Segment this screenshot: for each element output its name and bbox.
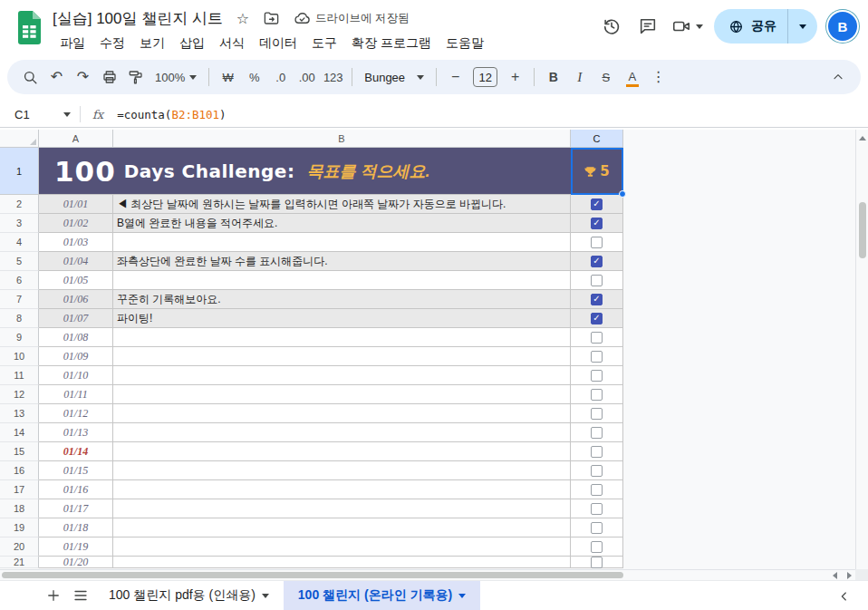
- checkbox[interactable]: [591, 237, 603, 248]
- row-header[interactable]: 13: [0, 404, 39, 423]
- checkbox[interactable]: [591, 557, 603, 568]
- entry-cell[interactable]: [113, 271, 571, 290]
- percent-format-button[interactable]: %: [242, 64, 266, 90]
- menu-format[interactable]: 서식: [212, 33, 252, 54]
- menu-view[interactable]: 보기: [132, 33, 172, 54]
- entry-cell[interactable]: 좌측상단에 완료한 날짜 수를 표시해줍니다.: [113, 252, 571, 271]
- menu-help[interactable]: 도움말: [439, 33, 491, 54]
- search-icon[interactable]: [18, 64, 43, 90]
- entry-cell[interactable]: [113, 404, 571, 423]
- date-cell[interactable]: 01/10: [39, 366, 113, 385]
- date-cell[interactable]: 01/02: [39, 214, 113, 233]
- undo-icon[interactable]: ↶: [44, 64, 69, 90]
- scroll-up-icon[interactable]: [856, 131, 868, 144]
- entry-cell[interactable]: [113, 499, 571, 518]
- comments-icon[interactable]: [635, 14, 661, 39]
- entry-cell[interactable]: [113, 557, 571, 568]
- selected-cell-c1[interactable]: 5: [571, 148, 623, 195]
- number-format-button[interactable]: 123: [321, 64, 345, 90]
- entry-cell[interactable]: [113, 423, 571, 442]
- share-main[interactable]: 공유: [714, 9, 787, 44]
- menu-insert[interactable]: 삽입: [172, 33, 212, 54]
- date-cell[interactable]: 01/14: [39, 442, 113, 461]
- save-status[interactable]: 드라이브에 저장됨: [294, 10, 409, 27]
- menu-data[interactable]: 데이터: [252, 33, 304, 54]
- checkbox-cell[interactable]: ✓: [571, 214, 623, 233]
- checkbox-cell[interactable]: [571, 271, 623, 290]
- checkbox-cell[interactable]: [571, 328, 623, 347]
- strikethrough-button[interactable]: S: [593, 64, 618, 90]
- checkbox[interactable]: ✓: [591, 256, 603, 267]
- increase-font-size-button[interactable]: +: [503, 64, 527, 90]
- date-cell[interactable]: 01/04: [39, 252, 113, 271]
- font-size-input[interactable]: 12: [473, 67, 497, 87]
- row-header[interactable]: 19: [0, 518, 39, 537]
- row-header[interactable]: 11: [0, 366, 39, 385]
- row-header-1[interactable]: 1: [0, 148, 39, 195]
- increase-decimal-button[interactable]: .00: [294, 64, 319, 90]
- move-folder-icon[interactable]: [263, 10, 281, 28]
- add-sheet-button[interactable]: [40, 582, 67, 609]
- row-header[interactable]: 12: [0, 385, 39, 404]
- row-header[interactable]: 2: [0, 195, 39, 214]
- entry-cell[interactable]: [113, 233, 571, 252]
- menu-tools[interactable]: 도구: [304, 33, 344, 54]
- name-box[interactable]: C1: [0, 102, 80, 127]
- redo-icon[interactable]: ↷: [71, 64, 95, 90]
- paint-format-icon[interactable]: [123, 64, 148, 90]
- entry-cell[interactable]: ◀ 최상단 날짜에 원하시는 날짜를 입력하시면 아래쪽 날짜가 자동으로 바뀝…: [113, 195, 571, 214]
- checkbox-cell[interactable]: ✓: [571, 252, 623, 271]
- decrease-font-size-button[interactable]: −: [443, 64, 468, 90]
- checkbox[interactable]: [591, 484, 603, 496]
- checkbox[interactable]: [591, 332, 603, 344]
- menu-extensions[interactable]: 확장 프로그램: [344, 33, 439, 54]
- date-cell[interactable]: 01/03: [39, 233, 113, 252]
- fill-handle[interactable]: [619, 190, 626, 198]
- checkbox-cell[interactable]: ✓: [571, 290, 623, 309]
- row-header[interactable]: 4: [0, 233, 39, 252]
- checkbox[interactable]: [591, 522, 603, 534]
- checkbox-cell[interactable]: [571, 518, 623, 537]
- checkbox-cell[interactable]: [571, 385, 623, 404]
- font-select[interactable]: Bungee: [359, 64, 429, 90]
- checkbox-cell[interactable]: [571, 366, 623, 385]
- text-color-button[interactable]: A: [620, 64, 644, 90]
- vertical-scroll-thumb[interactable]: [859, 202, 866, 258]
- date-cell[interactable]: 01/08: [39, 328, 113, 347]
- entry-cell[interactable]: B열에 완료한 내용을 적어주세요.: [113, 214, 571, 233]
- share-dropdown[interactable]: [787, 9, 817, 44]
- checkbox-cell[interactable]: [571, 499, 623, 518]
- entry-cell[interactable]: [113, 518, 571, 537]
- column-header-b[interactable]: B: [113, 130, 571, 148]
- entry-cell[interactable]: [113, 537, 571, 557]
- row-header[interactable]: 5: [0, 252, 39, 271]
- checkbox[interactable]: [591, 503, 603, 515]
- date-cell[interactable]: 01/17: [39, 499, 113, 518]
- row-header[interactable]: 21: [0, 557, 39, 568]
- challenge-banner-cell[interactable]: 100 Days Challenge: 목표를 적으세요.: [39, 148, 571, 195]
- checkbox-cell[interactable]: ✓: [571, 309, 623, 328]
- account-avatar[interactable]: B: [828, 12, 857, 41]
- document-title[interactable]: [실습] 100일 챌린지 시트: [53, 8, 223, 29]
- row-header[interactable]: 10: [0, 347, 39, 366]
- row-header[interactable]: 14: [0, 423, 39, 442]
- date-cell[interactable]: 01/05: [39, 271, 113, 290]
- menu-file[interactable]: 파일: [53, 33, 92, 54]
- checkbox-cell[interactable]: [571, 404, 623, 423]
- row-header[interactable]: 7: [0, 290, 39, 309]
- date-cell[interactable]: 01/16: [39, 480, 113, 499]
- zoom-select[interactable]: 100%: [149, 64, 202, 90]
- checkbox[interactable]: [591, 275, 603, 286]
- date-cell[interactable]: 01/15: [39, 461, 113, 480]
- entry-cell[interactable]: 꾸준히 기록해보아요.: [113, 290, 571, 309]
- bold-button[interactable]: B: [541, 64, 565, 90]
- entry-cell[interactable]: [113, 385, 571, 404]
- entry-cell[interactable]: [113, 366, 571, 385]
- checkbox-cell[interactable]: [571, 537, 623, 557]
- entry-cell[interactable]: [113, 442, 571, 461]
- version-history-icon[interactable]: [599, 14, 624, 39]
- date-cell[interactable]: 01/13: [39, 423, 113, 442]
- row-header[interactable]: 9: [0, 328, 39, 347]
- entry-cell[interactable]: [113, 347, 571, 366]
- date-cell[interactable]: 01/18: [39, 518, 113, 537]
